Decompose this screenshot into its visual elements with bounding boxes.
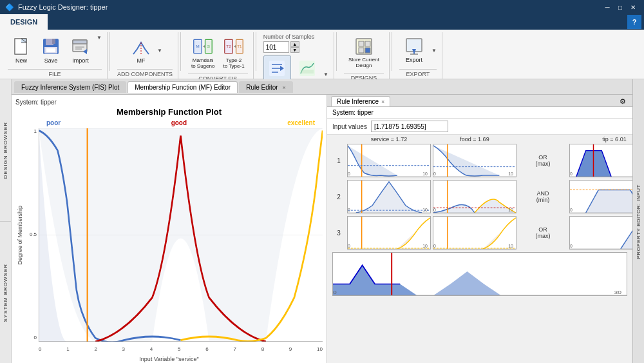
y-tick-1: 1 xyxy=(34,128,37,134)
mf-label-excellent: excellent xyxy=(287,119,315,126)
type2-to-type1-button[interactable]: T2T1 Type-2to Type-1 xyxy=(220,34,247,72)
sep5 xyxy=(392,32,392,71)
num-samples-label: Number of Samples xyxy=(263,34,315,40)
svg-text:10: 10 xyxy=(422,244,428,248)
mf-icon xyxy=(131,36,151,57)
svg-text:10: 10 xyxy=(508,172,513,176)
input-values-label: Input values xyxy=(332,123,367,130)
rule-inference-panel-tab[interactable]: Rule Inference × xyxy=(331,96,390,106)
ribbon-group-designs: Store CurrentDesign DESIGNS xyxy=(339,32,390,79)
svg-text:0: 0 xyxy=(570,172,573,176)
x-tick-4: 4 xyxy=(150,346,153,352)
x-tick-2: 2 xyxy=(94,346,97,352)
rule-editor-tab[interactable]: Rule Editor × xyxy=(239,81,293,93)
title-bar-title: Fuzzy Logic Designer: tipper xyxy=(18,3,108,11)
rule-inference-icon xyxy=(267,58,287,79)
store-design-label: Store CurrentDesign xyxy=(348,57,379,69)
col-header-tip: tip = 6.01 xyxy=(569,136,632,142)
ribbon-content: New Save Import ▼ FILE xyxy=(0,30,644,79)
store-design-button[interactable]: Store CurrentDesign xyxy=(344,34,384,72)
inference-system-label: System: tipper xyxy=(327,107,632,119)
export-button[interactable]: Export xyxy=(399,34,429,66)
svg-rect-34 xyxy=(359,48,364,53)
svg-text:0: 0 xyxy=(433,244,436,248)
svg-rect-33 xyxy=(365,41,370,46)
new-button[interactable]: New xyxy=(8,34,35,67)
x-axis-label: Input Variable "service" xyxy=(15,356,323,362)
maximize-button[interactable]: □ xyxy=(614,2,626,12)
svg-text:10: 10 xyxy=(508,208,513,212)
svg-rect-94 xyxy=(570,217,632,249)
svg-text:0: 0 xyxy=(348,244,350,248)
x-tick-8: 8 xyxy=(261,346,264,352)
input-values-field[interactable] xyxy=(371,121,448,132)
save-button[interactable]: Save xyxy=(37,34,64,67)
help-button[interactable]: ? xyxy=(627,15,641,29)
export-dropdown[interactable]: ▼ xyxy=(431,48,437,54)
sep1 xyxy=(109,32,110,71)
op-label-3: OR (max) xyxy=(518,226,567,239)
svg-rect-5 xyxy=(52,39,55,44)
sim-dropdown[interactable]: ▼ xyxy=(323,72,328,77)
svg-rect-32 xyxy=(359,41,364,46)
x-tick-1: 1 xyxy=(66,346,69,352)
export-icon xyxy=(404,36,424,57)
window-controls: ─ □ ✕ xyxy=(601,2,639,12)
panel-settings-icon[interactable]: ⚙ xyxy=(617,96,629,106)
tip-plot-3: 0 30 xyxy=(569,216,632,250)
type2-to-type1-icon: T2T1 xyxy=(223,36,244,57)
inference-row-1: 1 0 xyxy=(332,144,627,177)
x-tick-10: 10 xyxy=(317,346,323,352)
svg-rect-30 xyxy=(301,70,314,74)
svg-text:0: 0 xyxy=(348,208,350,212)
x-tick-3: 3 xyxy=(122,346,125,352)
x-tick-9: 9 xyxy=(289,346,292,352)
op-label-1: OR (max) xyxy=(518,154,567,167)
num-samples-input[interactable] xyxy=(263,41,289,53)
sep3 xyxy=(256,32,256,71)
mf-editor-tab[interactable]: Membership Function (MF) Editor xyxy=(128,81,238,93)
save-icon xyxy=(41,36,61,57)
store-design-icon xyxy=(354,36,374,57)
minimize-button[interactable]: ─ xyxy=(601,2,613,12)
design-browser-label[interactable]: DESIGN BROWSER xyxy=(0,119,11,181)
close-button[interactable]: ✕ xyxy=(627,2,639,12)
spinner-down[interactable]: ▼ xyxy=(290,47,299,53)
save-label: Save xyxy=(44,58,58,64)
output-aggregate-plot: 0 30 xyxy=(332,252,627,296)
spinner-up[interactable]: ▲ xyxy=(290,41,299,47)
import-button[interactable]: Import xyxy=(67,34,94,67)
food-plot-2: 0 10 xyxy=(433,180,516,213)
app-icon: 🔷 xyxy=(5,3,14,12)
ribbon-tab-design[interactable]: DESIGN xyxy=(0,14,48,30)
mf-label-good: good xyxy=(171,119,187,126)
food-plot-1: 0 10 xyxy=(433,144,516,177)
svg-text:0: 0 xyxy=(433,208,436,212)
fis-plot-tab[interactable]: Fuzzy Inference System (FIS) Plot xyxy=(14,81,126,93)
mf-label-poor: poor xyxy=(46,119,61,126)
svg-text:0: 0 xyxy=(570,244,573,248)
svg-text:0: 0 xyxy=(570,208,573,212)
inference-rows-container: 1 0 xyxy=(327,144,632,363)
inference-tab-close[interactable]: × xyxy=(381,99,384,105)
mamdani-to-sugeno-button[interactable]: MS Mamdanito Sugeno xyxy=(188,34,218,72)
svg-rect-29 xyxy=(299,61,315,76)
sep4 xyxy=(336,32,337,71)
svg-text:0: 0 xyxy=(433,172,436,176)
file-dropdown-arrow[interactable]: ▼ xyxy=(97,35,102,41)
svg-text:10: 10 xyxy=(508,244,513,248)
import-label: Import xyxy=(72,58,89,64)
food-plot-3: 0 10 xyxy=(433,216,516,250)
add-components-label: ADD COMPONENTS xyxy=(117,69,173,77)
y-tick-0: 0 xyxy=(34,335,37,340)
system-browser-label[interactable]: SYSTEM BROWSER xyxy=(0,261,11,324)
mf-dropdown-arrow[interactable]: ▼ xyxy=(157,48,162,54)
service-plot-1: 0 10 xyxy=(347,144,431,177)
export-group-label: EXPORT xyxy=(399,69,437,77)
svg-text:0: 0 xyxy=(348,172,350,176)
ribbon-group-simulation: Number of Samples ▲ ▼ RuleInf xyxy=(258,32,334,79)
rule-editor-close[interactable]: × xyxy=(282,84,285,91)
rule-num-3: 3 xyxy=(332,230,345,237)
mf-button[interactable]: MF xyxy=(128,34,155,67)
x-tick-0: 0 xyxy=(39,346,41,352)
